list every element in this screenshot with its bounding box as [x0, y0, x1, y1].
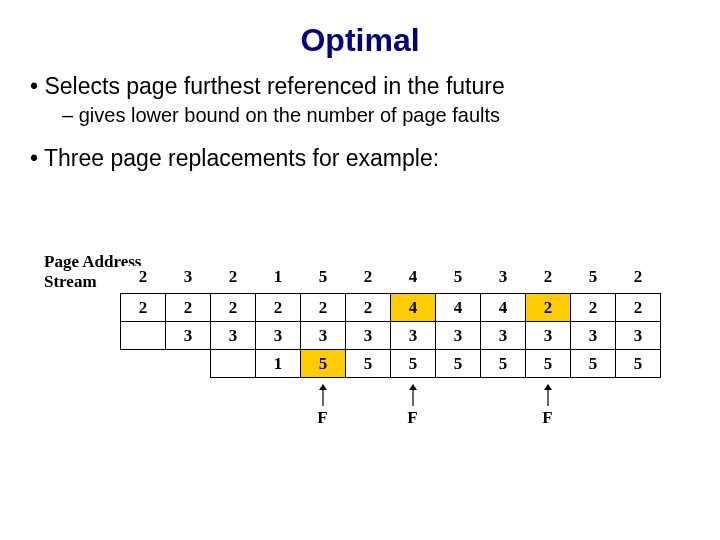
frame-cell: 5 — [616, 350, 661, 378]
stream-cell: 2 — [121, 266, 166, 294]
stream-cell: 5 — [301, 266, 346, 294]
optimal-table: 2 3 2 1 5 2 4 5 3 2 5 2 2 2 2 2 2 2 4 — [120, 266, 661, 378]
arrow-up-icon — [390, 384, 435, 410]
slide: Optimal Selects page furthest referenced… — [0, 0, 720, 540]
frame-cell: 2 — [301, 294, 346, 322]
frame-cell: 4 — [436, 294, 481, 322]
stream-cell: 2 — [526, 266, 571, 294]
frame-cell: 3 — [436, 322, 481, 350]
svg-marker-5 — [544, 384, 552, 390]
frame-cell: 3 — [391, 322, 436, 350]
stream-cell: 1 — [256, 266, 301, 294]
frame-cell: 1 — [256, 350, 301, 378]
bullet-1: Selects page furthest referenced in the … — [30, 73, 692, 100]
svg-marker-3 — [409, 384, 417, 390]
bullet-list: Selects page furthest referenced in the … — [30, 73, 692, 100]
frame-cell: 5 — [436, 350, 481, 378]
bullet-list-2: Three page replacements for example: — [30, 145, 692, 172]
frame-cell-none — [121, 350, 166, 378]
frame-cell-none — [166, 350, 211, 378]
frame-cell: 3 — [481, 322, 526, 350]
stream-label-line2: Stream — [44, 272, 97, 291]
stream-cell: 2 — [346, 266, 391, 294]
arrow-up-icon — [525, 384, 570, 410]
frame-cell — [211, 350, 256, 378]
frame-cell: 2 — [526, 294, 571, 322]
fault-marker: F — [300, 408, 345, 428]
slide-title: Optimal — [28, 22, 692, 59]
frame-cell: 5 — [481, 350, 526, 378]
stream-cell: 2 — [211, 266, 256, 294]
sub-bullet-list: gives lower bound on the number of page … — [62, 104, 692, 127]
stream-cell: 3 — [481, 266, 526, 294]
frame-cell: 2 — [121, 294, 166, 322]
fault-marker: F — [390, 408, 435, 428]
bullet-2: Three page replacements for example: — [30, 145, 692, 172]
frame-cell: 5 — [571, 350, 616, 378]
grid-table: 2 3 2 1 5 2 4 5 3 2 5 2 2 2 2 2 2 2 4 — [120, 266, 661, 378]
frame-cell: 5 — [391, 350, 436, 378]
frame-cell: 2 — [166, 294, 211, 322]
frame-cell: 3 — [571, 322, 616, 350]
frame-cell — [121, 322, 166, 350]
stream-cell: 4 — [391, 266, 436, 294]
bullet-1-sub: gives lower bound on the number of page … — [62, 104, 692, 127]
stream-cell: 2 — [616, 266, 661, 294]
svg-marker-1 — [319, 384, 327, 390]
frame-row-0: 2 2 2 2 2 2 4 4 4 2 2 2 — [121, 294, 661, 322]
frame-cell: 4 — [391, 294, 436, 322]
frame-cell: 2 — [211, 294, 256, 322]
frame-cell: 3 — [211, 322, 256, 350]
fault-marker: F — [525, 408, 570, 428]
stream-cell: 5 — [571, 266, 616, 294]
frame-cell: 5 — [526, 350, 571, 378]
frame-cell: 3 — [346, 322, 391, 350]
frame-cell: 2 — [256, 294, 301, 322]
frame-cell: 3 — [526, 322, 571, 350]
frame-cell: 3 — [616, 322, 661, 350]
frame-cell: 2 — [571, 294, 616, 322]
frame-cell: 2 — [616, 294, 661, 322]
frame-cell: 3 — [256, 322, 301, 350]
stream-cell: 5 — [436, 266, 481, 294]
frame-cell: 5 — [301, 350, 346, 378]
frame-row-2: 1 5 5 5 5 5 5 5 5 — [121, 350, 661, 378]
frame-cell: 3 — [166, 322, 211, 350]
frame-cell: 5 — [346, 350, 391, 378]
stream-row: 2 3 2 1 5 2 4 5 3 2 5 2 — [121, 266, 661, 294]
frame-cell: 2 — [346, 294, 391, 322]
frame-row-1: 3 3 3 3 3 3 3 3 3 3 3 — [121, 322, 661, 350]
stream-cell: 3 — [166, 266, 211, 294]
frame-cell: 4 — [481, 294, 526, 322]
frame-cell: 3 — [301, 322, 346, 350]
arrow-up-icon — [300, 384, 345, 410]
